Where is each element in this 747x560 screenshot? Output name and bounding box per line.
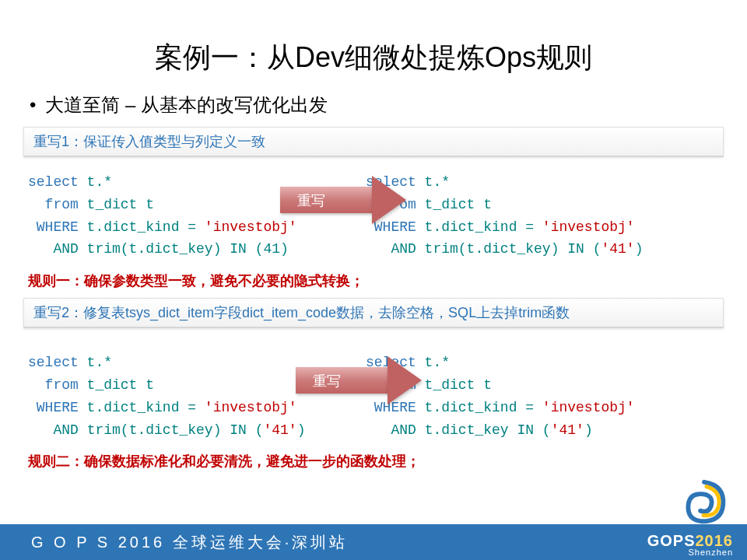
- footer-text: G O P S 2016 全球运维大会·深圳站: [31, 532, 348, 553]
- arrow-head-icon: [388, 356, 422, 404]
- section2-code-row: select t.* from t_dict t WHERE t.dict_ki…: [23, 352, 724, 441]
- footer-bar: G O P S 2016 全球运维大会·深圳站 GOPS2016 Shenzhe…: [0, 524, 747, 560]
- arrow-label: 重写: [297, 191, 325, 210]
- subtitle-row: • 大道至简 – 从基本的改写优化出发: [23, 93, 724, 117]
- section1-code-row: select t.* from t_dict t WHERE t.dict_ki…: [23, 171, 724, 261]
- footer-logo-gops: GOPS: [647, 532, 696, 549]
- slide: 案例一：从Dev细微处提炼Ops规则 • 大道至简 – 从基本的改写优化出发 重…: [0, 0, 747, 471]
- arrow-body: [296, 367, 389, 394]
- arrow-label: 重写: [313, 372, 341, 390]
- section2-arrow: 重写: [296, 361, 428, 400]
- section2-rule: 规则二：确保数据标准化和必要清洗，避免进一步的函数处理；: [28, 452, 724, 471]
- section1-arrow: 重写: [280, 180, 412, 219]
- subtitle: 大道至简 – 从基本的改写优化出发: [45, 93, 328, 117]
- footer-logo-sub: Shenzhen: [647, 548, 733, 557]
- gops-swirl-icon: [677, 476, 731, 529]
- footer-logo: GOPS2016 Shenzhen: [647, 533, 733, 557]
- arrow-head-icon: [372, 176, 406, 224]
- section2-header: 重写2：修复表tsys_dict_item字段dict_item_code数据，…: [23, 298, 724, 328]
- section1-rule: 规则一：确保参数类型一致，避免不必要的隐式转换；: [28, 271, 724, 290]
- section1-header: 重写1：保证传入值类型与列定义一致: [23, 127, 724, 157]
- slide-title: 案例一：从Dev细微处提炼Ops规则: [23, 39, 724, 77]
- arrow-body: [280, 187, 374, 213]
- footer-logo-year: 2016: [696, 532, 734, 549]
- bullet-icon: •: [30, 94, 36, 116]
